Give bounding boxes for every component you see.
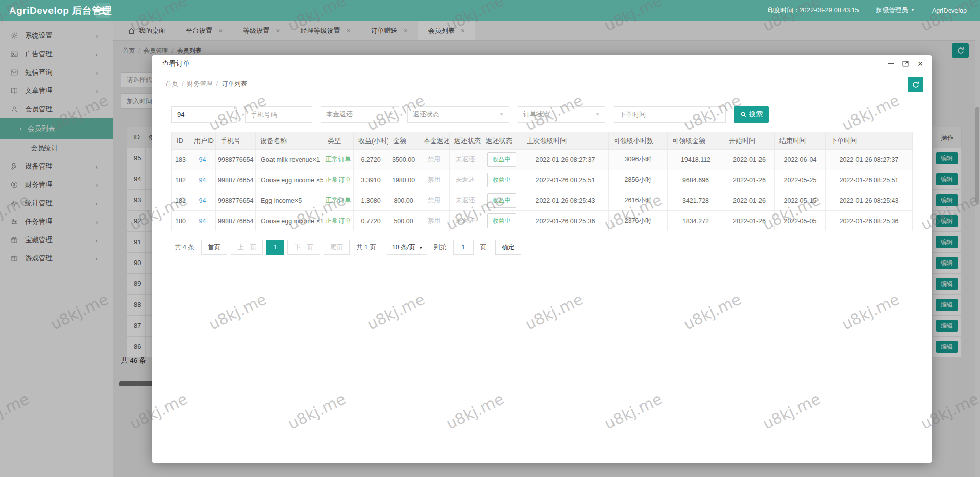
col-header: 可领取小时数 — [609, 132, 668, 150]
order-cell: 3500.00 — [388, 150, 419, 170]
username: AgriDevelop — [932, 7, 967, 14]
order-row: 181949988776654Egg income×5正常订单1.3080800… — [172, 190, 913, 211]
minimize-icon[interactable] — [887, 60, 895, 68]
hamburger-icon[interactable] — [96, 3, 110, 18]
user-id-input[interactable] — [172, 106, 237, 123]
user-id-link[interactable]: 94 — [199, 197, 206, 204]
earning-status-button[interactable]: 收益中 — [487, 193, 516, 208]
search-button[interactable]: 搜索 — [734, 106, 769, 123]
order-cell: 180 — [172, 211, 189, 231]
order-cell: 9988776654 — [216, 190, 256, 211]
top-header: AgriDevelop 后台管理 印度时间：2022-08-29 08:43:1… — [0, 0, 980, 21]
order-cell: 0.7720 — [354, 211, 388, 231]
col-header: 设备名称 — [256, 132, 323, 150]
muted-status: 未返还 — [456, 176, 475, 183]
order-row: 183949988776654Goat milk revenue×1正常订单6.… — [172, 150, 913, 170]
order-cell: 2022-01-26 08:25:36 — [522, 211, 609, 231]
first-page-button[interactable]: 首页 — [201, 240, 227, 255]
col-header: 返还状态 — [450, 132, 481, 150]
col-header: 收益(小时) — [354, 132, 388, 150]
order-cell: 3096小时 — [609, 150, 668, 170]
muted-status: 未返还 — [456, 197, 475, 204]
modal-refresh-button[interactable] — [908, 77, 923, 92]
pagination-total: 共 4 条 — [175, 243, 194, 252]
orders-table-header: ID用户ID手机号设备名称类型收益(小时)金额本金返还返还状态返还状态上次领取时… — [172, 132, 913, 150]
next-page-button[interactable]: 下一页 — [287, 240, 320, 255]
current-page-button[interactable]: 1 — [266, 240, 284, 255]
device-name: Goat milk revenue×1 — [256, 150, 323, 170]
device-name: Goose egg income ×5 — [256, 170, 323, 190]
app-logo: AgriDevelop 后台管理 — [0, 4, 112, 17]
maximize-icon[interactable] — [901, 60, 910, 68]
order-cell: 2022-01-26 08:27:37 — [826, 150, 913, 170]
order-type-tag: 正常订单 — [326, 156, 351, 163]
col-header: 下单时间 — [826, 132, 913, 150]
chevron-down-icon: ▼ — [911, 8, 915, 12]
breadcrumb-item[interactable]: 财务管理 — [187, 80, 212, 87]
col-header: 开始时间 — [724, 132, 775, 150]
modal-breadcrumb: 首页/财务管理/订单列表 — [165, 80, 247, 88]
earning-status-button[interactable]: 收益中 — [487, 213, 516, 228]
goto-label: 到第 — [434, 243, 447, 252]
last-page-button[interactable]: 尾页 — [324, 240, 350, 255]
col-header: 金额 — [388, 132, 419, 150]
col-header: 上次领取时间 — [522, 132, 609, 150]
breadcrumb-separator: / — [182, 80, 183, 87]
col-header: 可领取金额 — [668, 132, 724, 150]
view-orders-modal: 查看订单 × 首页/财务管理/订单列表 本金返还▼ — [152, 55, 932, 463]
col-header: 手机号 — [216, 132, 256, 150]
return-status-select[interactable]: 返还状态▼ — [407, 106, 509, 123]
goto-page-input[interactable] — [453, 240, 474, 255]
order-cell: 19418.112 — [668, 150, 724, 170]
user-id-link[interactable]: 94 — [199, 177, 206, 184]
prev-page-button[interactable]: 上一页 — [231, 240, 263, 255]
pagination: 共 4 条 首页 上一页 1 下一页 尾页 共 1 页 10 条/页▾ 到第 页… — [172, 240, 521, 255]
principal-return-select[interactable]: 本金返还▼ — [321, 106, 399, 123]
earning-status-button[interactable]: 收益中 — [487, 173, 516, 187]
order-cell: 1.3080 — [354, 190, 388, 211]
user-id-link[interactable]: 94 — [199, 218, 206, 225]
chevron-down-icon: ▼ — [595, 112, 600, 117]
order-cell: 2022-01-26 — [724, 150, 775, 170]
earning-status-button[interactable]: 收益中 — [487, 152, 516, 167]
order-type-tag: 正常订单 — [326, 176, 351, 183]
order-status-select[interactable]: 订单状态▼ — [518, 106, 605, 123]
device-name: Goose egg income ×1 — [256, 211, 323, 231]
role-dropdown[interactable]: 超级管理员▼ — [876, 6, 914, 15]
order-cell: 2022-05-05 — [775, 211, 826, 231]
col-header: 类型 — [323, 132, 354, 150]
order-cell: 2022-06-04 — [775, 150, 826, 170]
col-header: 用户ID — [189, 132, 216, 150]
order-filters: 本金返还▼ 返还状态▼ 订单状态▼ 搜索 — [172, 106, 769, 123]
breadcrumb-separator: / — [216, 80, 217, 87]
goto-suffix: 页 — [480, 243, 487, 252]
user-id-link[interactable]: 94 — [199, 156, 206, 163]
breadcrumb-item[interactable]: 首页 — [165, 80, 178, 87]
order-cell: 2022-05-25 — [775, 170, 826, 190]
phone-input[interactable] — [245, 106, 312, 123]
col-header: 结束时间 — [775, 132, 826, 150]
orders-table: ID用户ID手机号设备名称类型收益(小时)金额本金返还返还状态返还状态上次领取时… — [172, 132, 913, 231]
order-cell: 500.00 — [388, 211, 419, 231]
order-cell: 1980.00 — [388, 170, 419, 190]
close-icon[interactable]: × — [916, 60, 924, 68]
device-name: Egg income×5 — [256, 190, 323, 211]
app-root: AgriDevelop 后台管理 印度时间：2022-08-29 08:43:1… — [0, 0, 980, 477]
order-cell: 9684.696 — [668, 170, 724, 190]
order-cell: 3421.728 — [668, 190, 724, 211]
per-page-select[interactable]: 10 条/页▾ — [387, 240, 427, 255]
order-cell: 800.00 — [388, 190, 419, 211]
muted-status: 未返还 — [456, 156, 475, 163]
order-cell: 2022-01-26 — [724, 170, 775, 190]
order-cell: 9988776654 — [216, 170, 256, 190]
muted-status: 禁用 — [428, 156, 440, 163]
confirm-button[interactable]: 确定 — [495, 240, 521, 255]
order-cell: 1834.272 — [668, 211, 724, 231]
muted-status: 禁用 — [428, 197, 440, 204]
order-cell: 2022-01-26 08:25:43 — [826, 190, 913, 211]
modal-title: 查看订单 — [152, 59, 190, 68]
order-cell: 6.2720 — [354, 150, 388, 170]
chevron-down-icon: ▼ — [499, 112, 504, 117]
order-cell: 2022-01-26 08:25:51 — [826, 170, 913, 190]
order-time-input[interactable] — [614, 106, 726, 123]
